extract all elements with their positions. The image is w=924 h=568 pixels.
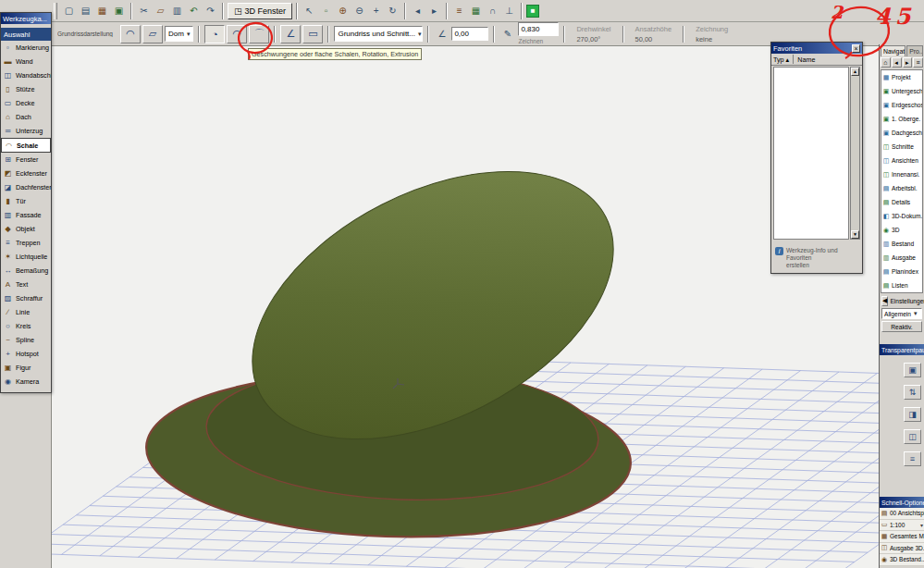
print-icon[interactable]: ▣ <box>111 3 127 19</box>
angle-input[interactable] <box>451 27 488 41</box>
floor-plan-display-dropdown[interactable]: Grundriss und Schnitt... ▾ <box>334 26 423 42</box>
toolbox-item-stuetze[interactable]: ▯Stütze <box>1 82 51 96</box>
toolbox-item-dachfenster[interactable]: ◪Dachfenster <box>1 180 51 194</box>
toolbox-item-eckfenster[interactable]: ◩Eckfenster <box>1 167 51 180</box>
tab-project[interactable]: Pro... <box>906 45 923 56</box>
toolbox-item-objekt[interactable]: ◆Objekt <box>1 222 51 236</box>
navigator-tree-item[interactable]: ▥Bestand <box>881 237 922 251</box>
toolbox-item-fenster[interactable]: ⊞Fenster <box>1 153 51 167</box>
navigator-tree-item[interactable]: ▣Untergesch. <box>881 84 922 98</box>
geometry-method-vault-button[interactable]: ◠ <box>227 25 247 43</box>
quick-options-header[interactable]: Schnell-Optionen <box>880 497 924 508</box>
new-document-icon[interactable]: ▢ <box>61 3 77 19</box>
plane-method-icon[interactable]: ∠ <box>280 25 301 43</box>
back-icon[interactable]: ◂ <box>892 57 902 68</box>
favorites-titlebar[interactable]: Favoriten × <box>771 43 862 54</box>
navigator-tree-item[interactable]: ▤Listen <box>881 278 922 292</box>
geometry-method-ruled-button[interactable]: ⌒ <box>249 25 269 43</box>
switch-reference-icon[interactable]: ⇅ <box>904 385 921 400</box>
toolbox-titlebar[interactable]: Werkzeugka... × <box>1 13 51 24</box>
copy-icon[interactable]: ▱ <box>153 3 168 19</box>
toolbar-grip[interactable] <box>54 3 57 19</box>
toolbox-item-unterzug[interactable]: ═Unterzug <box>1 124 51 138</box>
collapse-left-icon[interactable]: ◀ <box>881 296 888 306</box>
teamwork-icon[interactable]: ■ <box>526 5 539 18</box>
navigator-tree-item[interactable]: ▤Arbeitsbl. <box>881 181 922 195</box>
favorites-list[interactable] <box>773 67 849 240</box>
selection-arrow-icon[interactable]: ↖ <box>302 3 317 19</box>
zoom-in-icon[interactable]: ⊕ <box>335 3 351 19</box>
navigator-tree-item[interactable]: ◫Ansichten <box>881 154 922 167</box>
toolbox-item-spline[interactable]: ~Spline <box>1 333 51 347</box>
trace-settings-icon[interactable]: ≡ <box>904 451 921 466</box>
quick-option-layers[interactable]: ▦Gesamtes M...▾ <box>880 531 924 543</box>
toolbox-item-hotspot[interactable]: +Hotspot <box>1 347 51 361</box>
quick-option-view[interactable]: ▤00 Ansichtspl...▾ <box>880 508 924 520</box>
paste-icon[interactable]: ▥ <box>169 3 185 19</box>
navigator-tree-item[interactable]: ▣Erdgeschoss <box>881 98 922 112</box>
thickness-input[interactable] <box>518 22 559 36</box>
favorites-col-name[interactable]: Name <box>797 56 815 64</box>
navigator-tree-item[interactable]: ▤Planindex <box>881 265 922 278</box>
toolbox-item-markierung[interactable]: ▫Markierung <box>1 41 51 55</box>
redo-icon[interactable]: ↷ <box>203 3 218 19</box>
toolbox-item-wandabschluss[interactable]: ◫Wandabschl. <box>1 68 51 82</box>
visibility-icon[interactable]: ◨ <box>904 407 921 422</box>
navigator-tree-item[interactable]: ▣1. Oberge. <box>881 112 922 126</box>
zoom-out-icon[interactable]: ⊖ <box>351 3 367 19</box>
toolbox-item-kreis[interactable]: ○Kreis <box>1 319 51 333</box>
forward-icon[interactable]: ▸ <box>903 57 913 68</box>
undo-icon[interactable]: ↶ <box>186 3 202 19</box>
orbit-icon[interactable]: ↻ <box>385 3 400 19</box>
navigator-tree-item[interactable]: ◫Innenansi. <box>881 167 922 181</box>
magnet-icon[interactable]: ∩ <box>485 3 500 19</box>
quick-option-display[interactable]: ◫Ausgabe 3D...▾ <box>880 543 924 555</box>
viewport-3d[interactable] <box>52 46 879 568</box>
scroll-up-icon[interactable]: ▲ <box>851 68 859 76</box>
splitter-icon[interactable]: ◫ <box>904 429 921 444</box>
shell-type-dropdown[interactable]: Dom ▾ <box>165 26 193 42</box>
favorites-scrollbar[interactable]: ▲ ▼ <box>850 67 860 240</box>
toolbox-item-tuer[interactable]: ▮Tür <box>1 194 51 208</box>
navigator-tree-item[interactable]: ◧3D-Dokum. <box>881 209 922 223</box>
slab-method-icon[interactable]: ▭ <box>302 25 323 43</box>
navigator-tree-item[interactable]: ▣Dachgesch. <box>881 126 922 140</box>
window-selector-button[interactable]: ◳ 3D Fenster <box>228 3 292 19</box>
toolbox-item-treppen[interactable]: ≡Treppen <box>1 236 51 250</box>
view-settings-dropdown[interactable]: Allgemein ▾ <box>881 308 922 319</box>
save-icon[interactable]: ▦ <box>94 3 110 19</box>
toolbox-item-decke[interactable]: ▭Decke <box>1 96 51 110</box>
toolbox-item-bemassung[interactable]: ↔Bemaßung <box>1 264 51 278</box>
open-folder-icon[interactable]: ▤ <box>78 3 93 19</box>
toolbox-item-wand[interactable]: ▬Wand <box>1 55 51 68</box>
reference-icon[interactable]: ▣ <box>904 363 921 377</box>
menu-icon[interactable]: ≡ <box>913 57 923 68</box>
layers-icon[interactable]: ≡ <box>451 3 467 19</box>
toolbox-item-schraffur[interactable]: ▨Schraffur <box>1 291 51 305</box>
close-icon[interactable]: × <box>852 44 860 53</box>
next-view-icon[interactable]: ▸ <box>426 3 442 19</box>
navigator-tree-item[interactable]: ▦Projekt <box>881 70 922 84</box>
shell-tool-icon[interactable]: ◠ <box>120 25 141 43</box>
marquee-icon[interactable]: ▫ <box>318 3 334 19</box>
toolbox-item-linie[interactable]: ∕Linie <box>1 305 51 319</box>
navigator-tree-item[interactable]: ▤Details <box>881 195 922 209</box>
toolbox-item-kamera[interactable]: ◉Kamera <box>1 375 51 389</box>
navigator-tree-item[interactable]: ▥Ausgabe <box>881 251 922 265</box>
pan-icon[interactable]: + <box>368 3 384 19</box>
quick-option-renovation[interactable]: ◉3D Bestand...▾ <box>880 554 924 566</box>
cut-icon[interactable]: ✂ <box>136 3 152 19</box>
quick-option-scale[interactable]: ▭1:100▾ <box>880 520 924 532</box>
previous-view-icon[interactable]: ◂ <box>410 3 425 19</box>
profile-tool-icon[interactable]: ▱ <box>142 25 163 43</box>
snap-grid-icon[interactable]: ▦ <box>468 3 484 19</box>
toolbox-item-dach[interactable]: ⌂Dach <box>1 110 51 124</box>
reactivate-button[interactable]: Reaktiv. <box>881 321 922 332</box>
toolbox-item-figur[interactable]: ▣Figur <box>1 361 51 375</box>
navigator-tree-item[interactable]: ◫Schnitte <box>881 140 922 154</box>
toolbox-group-auswahl[interactable]: Auswahl <box>1 28 51 41</box>
toolbox-item-schale[interactable]: ◠Schale <box>1 138 51 153</box>
toolbox-item-fassade[interactable]: ▥Fassade <box>1 208 51 222</box>
scroll-down-icon[interactable]: ▼ <box>851 230 859 239</box>
tab-navigator[interactable]: Navigator <box>881 45 906 56</box>
